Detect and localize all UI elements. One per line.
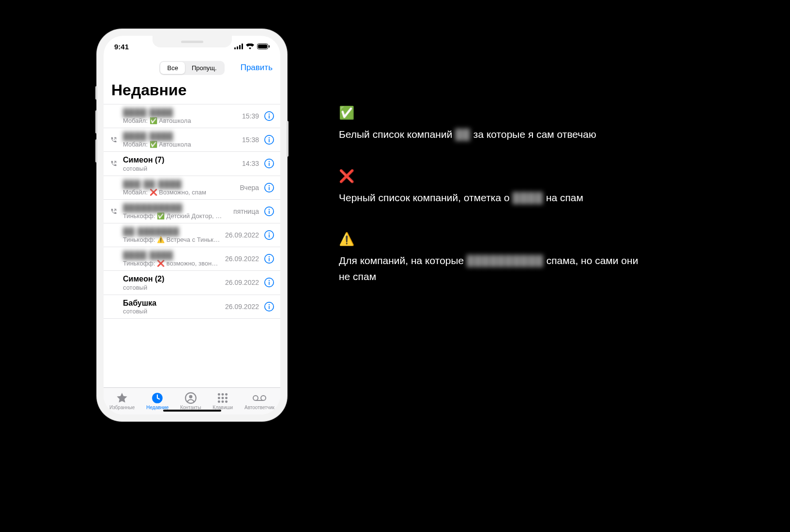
info-button[interactable] [264,277,274,288]
call-row[interactable]: ███ ██ ████Мобайл: ❌ Возможно, спамВчера [104,176,280,200]
check-icon: ✅ [339,106,639,119]
home-indicator[interactable] [163,410,221,412]
svg-point-38 [222,393,224,395]
segment-missed[interactable]: Пропущ. [185,62,224,74]
legend-item-bad: ❌ Черный список компаний, отметка о ████… [339,170,639,206]
call-row[interactable]: Бабушкасотовый26.09.2022 [104,295,280,319]
call-row[interactable]: Симеон (7)сотовый14:33 [104,152,280,176]
legend-text: Черный список компаний, отметка о ████ н… [339,190,639,206]
clock-icon [151,392,164,404]
svg-point-15 [269,161,270,162]
legend-text: Для компаний, на которые ██████████ спам… [339,253,639,284]
star-icon [116,392,128,404]
call-row[interactable]: ██ ███████Тинькофф: ⚠️ Встреча с Тинько…… [104,223,280,247]
info-button[interactable] [264,182,274,193]
call-time: пятница [233,207,259,215]
svg-point-46 [253,396,258,400]
legend-item-warn: ⚠️ Для компаний, на которые ██████████ с… [339,233,639,284]
call-row[interactable]: ████ ████Тинькофф: ❌ возможно, звонят…26… [104,247,280,271]
svg-point-36 [189,395,192,398]
cellular-icon [234,44,243,49]
call-time: Вчера [240,184,259,192]
tab-label: Клавиши [213,405,233,410]
call-subtitle: Тинькофф: ⚠️ Встреча с Тинько… [123,236,220,243]
call-time: 26.09.2022 [225,231,259,239]
tab-favorites[interactable]: Избранные [109,392,135,410]
svg-point-47 [261,396,266,400]
call-text-column: Бабушкасотовый [123,298,220,315]
call-text-column: ██ ███████Тинькофф: ⚠️ Встреча с Тинько… [123,227,220,243]
call-name: ███ ██ ████ [123,179,235,189]
call-time: 15:38 [242,136,259,144]
info-button[interactable] [264,301,274,312]
svg-point-18 [269,185,270,186]
call-name: ██████████ [123,203,228,212]
svg-rect-5 [258,44,267,48]
call-time: 26.09.2022 [225,303,259,310]
info-button[interactable] [264,111,274,121]
segment-all[interactable]: Все [160,62,184,74]
outgoing-call-icon [109,136,118,143]
info-button[interactable] [264,206,274,217]
svg-point-12 [269,137,270,138]
call-subtitle: сотовый [123,284,220,291]
svg-point-9 [269,114,270,115]
legend-item-ok: ✅ Белый список компаний ██ за которые я … [339,106,639,143]
legend: ✅ Белый список компаний ██ за которые я … [339,106,639,311]
call-row[interactable]: Симеон (2)сотовый26.09.2022 [104,271,280,295]
tab-label: Недавние [146,405,168,410]
call-text-column: ███ ██ ████Мобайл: ❌ Возможно, спам [123,179,235,196]
svg-point-30 [269,280,270,281]
info-button[interactable] [264,134,274,145]
svg-point-45 [225,400,228,403]
voicemail-icon [252,392,267,404]
call-subtitle: сотовый [123,165,225,172]
call-text-column: Симеон (7)сотовый [123,155,237,172]
call-row[interactable]: ████ ████Мобайл: ✅ Автошкола15:38 [104,128,280,152]
tab-voicemail[interactable]: Автоответчик [244,392,274,410]
phone-screen: 9:41 Все Пропущ. [104,36,280,414]
wifi-icon [246,44,254,49]
svg-point-44 [222,400,224,403]
volume-down-button [95,139,97,163]
svg-point-41 [222,397,224,399]
call-subtitle: Мобайл: ✅ Автошкола [123,141,225,148]
call-time: 26.09.2022 [225,255,259,263]
svg-rect-6 [269,45,270,48]
call-subtitle: Тинькофф: ❌ возможно, звонят… [123,260,220,267]
segmented-control: Все Пропущ. [159,61,224,75]
call-name: Бабушка [123,298,220,308]
call-name: Симеон (7) [123,155,237,164]
call-row[interactable]: ██████████Тинькофф: ✅ Детский Доктор, Ме… [104,200,280,223]
call-name: ████ ████ [123,132,237,141]
mute-switch [95,86,97,100]
top-nav: Все Пропущ. Править [104,57,280,78]
svg-point-43 [218,400,220,403]
keypad-icon [216,392,229,404]
notch [152,36,232,47]
call-name: Симеон (2) [123,274,220,283]
tab-keypad[interactable]: Клавиши [213,392,233,410]
call-subtitle: сотовый [123,308,220,315]
volume-up-button [95,110,97,133]
info-button[interactable] [264,253,274,264]
recent-calls-list[interactable]: ████ ████Мобайл: ✅ Автошкола15:39████ ██… [104,104,280,387]
tab-recents[interactable]: Недавние [146,392,168,410]
power-button [287,121,289,157]
call-subtitle: Тинькофф: ✅ Детский Доктор, Мед… [123,212,225,220]
call-time: 26.09.2022 [225,279,259,286]
svg-point-39 [225,393,228,395]
info-button[interactable] [264,158,274,169]
call-row[interactable]: ████ ████Мобайл: ✅ Автошкола15:39 [104,104,280,128]
call-name: ██ ███████ [123,227,220,236]
info-button[interactable] [264,230,274,240]
call-text-column: ████ ████Мобайл: ✅ Автошкола [123,108,237,124]
tab-contacts[interactable]: Контакты [180,392,201,410]
call-text-column: Симеон (2)сотовый [123,274,220,291]
svg-point-27 [269,256,270,257]
edit-button[interactable]: Править [241,63,273,73]
legend-text: Белый список компаний ██ за которые я са… [339,127,639,143]
svg-point-37 [218,393,220,395]
phone-frame: 9:41 Все Пропущ. [97,29,287,421]
svg-rect-1 [237,46,238,49]
